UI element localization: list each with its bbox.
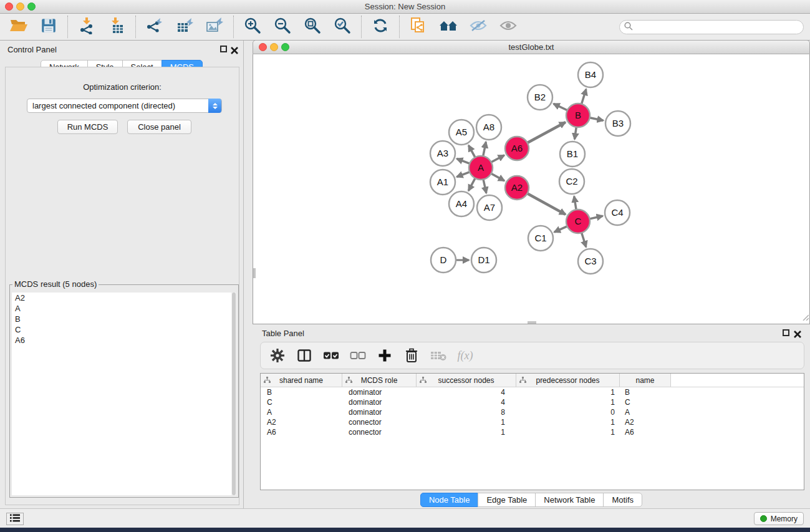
table-cell[interactable]: connector bbox=[342, 417, 417, 427]
network-window-titlebar[interactable]: testGlobe.txt bbox=[253, 40, 810, 54]
show-all-button[interactable] bbox=[498, 17, 518, 37]
zoom-window-icon[interactable] bbox=[27, 2, 36, 11]
table-cell[interactable]: 1 bbox=[516, 427, 620, 437]
table-cell[interactable]: A6 bbox=[620, 427, 671, 437]
graph-node-A6[interactable]: A6 bbox=[505, 137, 529, 160]
graph-node-C2[interactable]: C2 bbox=[559, 169, 584, 194]
graph-edge-C-C3[interactable] bbox=[581, 232, 586, 247]
graph-edge-A-A1[interactable] bbox=[456, 172, 470, 177]
result-list-item[interactable]: A bbox=[12, 303, 231, 314]
graph-edge-C-C4[interactable] bbox=[589, 216, 603, 219]
table-cell[interactable]: dominator bbox=[342, 397, 417, 407]
table-row[interactable]: A2connector11A2 bbox=[261, 417, 804, 427]
save-session-button[interactable] bbox=[39, 17, 59, 37]
table-row[interactable]: Bdominator41B bbox=[261, 387, 804, 397]
table-cell[interactable]: C bbox=[620, 397, 671, 407]
close-panel-button[interactable]: Close panel bbox=[127, 120, 191, 134]
graph-edge-A-A5[interactable] bbox=[468, 145, 475, 158]
tab-edge-table[interactable]: Edge Table bbox=[478, 493, 536, 507]
graph-edge-A-A6[interactable] bbox=[491, 155, 504, 163]
run-mcds-button[interactable]: Run MCDS bbox=[57, 120, 118, 134]
optimization-criterion-dropdown[interactable]: largest connected component (directed) bbox=[27, 99, 222, 113]
close-window-icon[interactable] bbox=[5, 2, 13, 11]
table-cell[interactable]: 1 bbox=[417, 427, 516, 437]
table-cell[interactable]: 1 bbox=[516, 387, 620, 397]
columns-icon[interactable] bbox=[296, 347, 312, 364]
table-cell[interactable]: 8 bbox=[417, 407, 516, 417]
graph-node-C4[interactable]: C4 bbox=[605, 200, 630, 225]
graph-node-B1[interactable]: B1 bbox=[560, 142, 585, 167]
open-session-button[interactable] bbox=[9, 17, 29, 37]
tab-network-table[interactable]: Network Table bbox=[535, 493, 604, 507]
memory-button[interactable]: Memory bbox=[754, 512, 804, 525]
table-row[interactable]: Cdominator41C bbox=[261, 397, 804, 407]
graph-node-A[interactable]: A bbox=[469, 156, 493, 180]
table-cell[interactable]: A bbox=[620, 407, 671, 417]
graph-edge-A-A7[interactable] bbox=[483, 179, 486, 193]
table-cell[interactable]: 0 bbox=[516, 407, 620, 417]
table-cell[interactable]: A bbox=[261, 407, 342, 417]
graph-edge-B-B3[interactable] bbox=[589, 118, 604, 121]
tab-node-table[interactable]: Node Table bbox=[420, 493, 479, 507]
graph-edge-B-B1[interactable] bbox=[574, 127, 576, 139]
zoom-network-icon[interactable] bbox=[281, 43, 289, 51]
import-table-button[interactable] bbox=[107, 17, 127, 37]
float-table-panel-icon[interactable] bbox=[783, 329, 789, 336]
column-header-shared-name[interactable]: shared name bbox=[261, 374, 342, 387]
result-list-item[interactable]: B bbox=[12, 314, 231, 324]
export-image-button[interactable] bbox=[205, 17, 224, 37]
mcds-result-list[interactable]: A2ABCA6 bbox=[12, 293, 231, 495]
graph-edge-A-A4[interactable] bbox=[468, 178, 475, 191]
table-cell[interactable]: A2 bbox=[620, 417, 671, 427]
zoom-fit-button[interactable] bbox=[302, 17, 322, 37]
table-cell[interactable]: A2 bbox=[261, 417, 342, 427]
minimize-network-icon[interactable] bbox=[270, 43, 278, 51]
graph-node-C3[interactable]: C3 bbox=[578, 249, 603, 274]
column-header-mcds-role[interactable]: MCDS role bbox=[342, 374, 417, 387]
close-network-icon[interactable] bbox=[259, 43, 267, 51]
graph-edge-C-C2[interactable] bbox=[574, 196, 577, 211]
graph-node-D1[interactable]: D1 bbox=[471, 248, 496, 273]
home-button[interactable] bbox=[438, 17, 458, 37]
graph-edge-C-C1[interactable] bbox=[554, 226, 568, 232]
hide-selected-button[interactable] bbox=[468, 17, 488, 37]
canvas-scroll-indicator[interactable] bbox=[253, 268, 256, 278]
result-list-item[interactable]: A6 bbox=[12, 335, 231, 346]
table-cell[interactable]: dominator bbox=[342, 407, 417, 417]
graph-node-A7[interactable]: A7 bbox=[477, 195, 502, 220]
table-cell[interactable]: dominator bbox=[342, 387, 417, 397]
result-list-item[interactable]: A2 bbox=[12, 293, 231, 303]
table-cell[interactable]: connector bbox=[342, 427, 417, 437]
graph-node-B3[interactable]: B3 bbox=[605, 111, 630, 136]
zoom-in-button[interactable] bbox=[243, 17, 263, 37]
graph-node-C1[interactable]: C1 bbox=[528, 226, 553, 251]
import-network-button[interactable] bbox=[77, 17, 97, 37]
graph-node-A1[interactable]: A1 bbox=[430, 170, 455, 195]
result-scrollbar[interactable] bbox=[231, 293, 236, 495]
graph-edge-B-B2[interactable] bbox=[554, 104, 568, 110]
graph-node-A5[interactable]: A5 bbox=[449, 120, 474, 145]
graph-edge-A-A3[interactable] bbox=[456, 158, 470, 163]
result-list-item[interactable]: C bbox=[12, 324, 231, 335]
trash-icon[interactable] bbox=[403, 347, 420, 364]
graph-node-A4[interactable]: A4 bbox=[449, 191, 474, 216]
export-table-button[interactable] bbox=[175, 17, 195, 37]
table-cell[interactable]: C bbox=[261, 397, 342, 407]
table-cell[interactable]: 1 bbox=[417, 417, 516, 427]
graph-edge-A2-C[interactable] bbox=[527, 193, 566, 215]
graph-edge-A6-B[interactable] bbox=[527, 122, 566, 143]
float-panel-icon[interactable] bbox=[220, 46, 227, 52]
table-row[interactable]: A6connector11A6 bbox=[261, 427, 804, 437]
zoom-selected-button[interactable] bbox=[332, 17, 352, 37]
graph-edge-A-A2[interactable] bbox=[491, 173, 504, 181]
export-network-button[interactable] bbox=[145, 17, 165, 37]
table-cell[interactable]: 4 bbox=[417, 387, 516, 397]
zoom-out-button[interactable] bbox=[272, 17, 292, 37]
minimize-window-icon[interactable] bbox=[16, 2, 24, 11]
node-table[interactable]: shared nameMCDS rolesuccessor nodesprede… bbox=[260, 373, 804, 490]
gear-icon[interactable] bbox=[269, 347, 286, 364]
tab-motifs[interactable]: Motifs bbox=[603, 493, 642, 507]
deselect-all-icon[interactable] bbox=[350, 347, 366, 364]
graph-node-B2[interactable]: B2 bbox=[528, 85, 552, 110]
graph-edge-B-B4[interactable] bbox=[581, 89, 586, 105]
